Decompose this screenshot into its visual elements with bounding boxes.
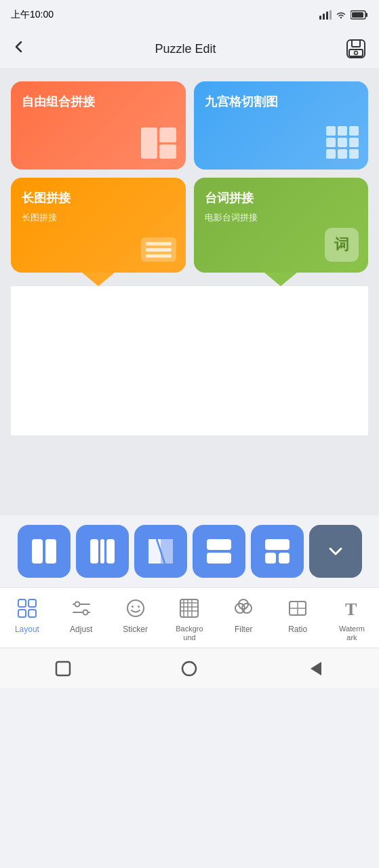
- svg-rect-20: [207, 553, 231, 564]
- status-bar: 上午10:00: [0, 0, 379, 30]
- filter-toolbar-icon: [231, 596, 256, 620]
- svg-rect-24: [18, 599, 26, 607]
- layout-icon-5: [262, 536, 292, 566]
- svg-rect-21: [265, 539, 290, 550]
- save-icon: [345, 38, 367, 60]
- layout-btn-1[interactable]: [18, 525, 71, 578]
- ratio-toolbar-icon: [285, 596, 310, 620]
- page-title: Puzzle Edit: [155, 42, 216, 56]
- svg-marker-16: [148, 539, 161, 564]
- toolbar-adjust-label: Adjust: [70, 625, 92, 635]
- card-nine-grid-title: 九宫格切割图: [205, 94, 358, 110]
- svg-rect-12: [45, 539, 56, 564]
- svg-rect-3: [330, 10, 332, 20]
- nav-back-button[interactable]: [304, 656, 328, 681]
- svg-point-50: [182, 662, 196, 675]
- svg-rect-22: [265, 553, 276, 564]
- toolbar-filter[interactable]: Filter: [223, 596, 264, 635]
- card-long-image-subtitle: 长图拼接: [22, 212, 175, 224]
- svg-rect-26: [18, 610, 26, 617]
- toolbar-adjust[interactable]: Adjust: [61, 596, 102, 635]
- svg-rect-2: [326, 12, 328, 20]
- svg-rect-8: [352, 40, 360, 47]
- svg-point-32: [127, 600, 144, 616]
- layout-icon-1: [29, 536, 59, 566]
- sticker-toolbar-icon: [123, 596, 148, 620]
- svg-rect-6: [352, 12, 363, 18]
- svg-rect-19: [207, 539, 231, 550]
- card-free-combo-title: 自由组合拼接: [22, 94, 175, 110]
- svg-rect-11: [32, 539, 43, 564]
- status-icons: [319, 10, 368, 20]
- layout-btn-3[interactable]: [134, 525, 187, 578]
- toolbar-filter-label: Filter: [235, 625, 253, 635]
- svg-rect-5: [366, 13, 368, 17]
- header: Puzzle Edit: [0, 30, 379, 68]
- svg-rect-9: [349, 50, 363, 56]
- layout-btn-5[interactable]: [251, 525, 304, 578]
- svg-rect-25: [28, 599, 36, 607]
- back-button[interactable]: [11, 39, 27, 59]
- layout-selector: [0, 515, 379, 587]
- toolbar-layout[interactable]: Layout: [7, 596, 47, 635]
- layout-icon-2: [87, 536, 117, 566]
- svg-marker-51: [311, 662, 321, 675]
- card-free-combo[interactable]: 自由组合拼接: [11, 81, 186, 170]
- long-image-icon: [141, 237, 176, 262]
- status-time: 上午10:00: [11, 9, 54, 21]
- svg-point-33: [132, 606, 134, 608]
- wifi-icon: [336, 11, 346, 19]
- svg-rect-15: [106, 539, 115, 564]
- canvas-white: [11, 286, 368, 435]
- toolbar-sticker[interactable]: Sticker: [115, 596, 156, 635]
- free-combo-icon: [141, 127, 176, 159]
- nine-grid-icon: [326, 126, 359, 159]
- background-toolbar-icon: [177, 596, 201, 620]
- svg-marker-17: [161, 539, 173, 564]
- layout-icon-3: [146, 536, 176, 566]
- toolbar-ratio-label: Ratio: [288, 625, 307, 635]
- save-button[interactable]: [344, 37, 368, 61]
- ci-icon: 词: [325, 228, 359, 262]
- card-long-image[interactable]: 长图拼接 长图拼接: [11, 178, 186, 273]
- svg-point-31: [83, 610, 87, 615]
- card-dialogue-title: 台词拼接: [205, 190, 358, 206]
- svg-point-10: [354, 52, 357, 55]
- layout-btn-2[interactable]: [76, 525, 129, 578]
- svg-rect-35: [180, 599, 198, 617]
- card-dialogue-subtitle: 电影台词拼接: [205, 212, 358, 224]
- circle-icon: [180, 659, 199, 678]
- svg-rect-1: [323, 14, 325, 20]
- signal-icon: [319, 10, 332, 20]
- layout-btn-4[interactable]: [193, 525, 245, 578]
- layout-btn-chevron[interactable]: [309, 525, 362, 578]
- layout-toolbar-icon: [15, 596, 39, 620]
- svg-point-29: [75, 602, 79, 607]
- card-nine-grid[interactable]: 九宫格切割图: [194, 81, 369, 170]
- svg-rect-14: [100, 539, 104, 564]
- svg-point-34: [138, 606, 140, 608]
- svg-text:T: T: [345, 599, 357, 619]
- canvas-area: 自由组合拼接 九宫格切割图: [0, 68, 379, 515]
- nav-home-button[interactable]: [177, 656, 201, 681]
- toolbar-background-label: Background: [176, 625, 203, 642]
- square-icon: [54, 659, 73, 678]
- adjust-toolbar-icon: [69, 596, 94, 620]
- toolbar-background[interactable]: Background: [169, 596, 210, 642]
- battery-icon: [351, 10, 368, 20]
- back-nav-icon: [306, 659, 325, 678]
- toolbar-layout-label: Layout: [15, 625, 39, 635]
- card-dialogue[interactable]: 台词拼接 电影台词拼接 词: [194, 178, 369, 273]
- chevron-down-icon: [325, 540, 346, 562]
- card-long-image-title: 长图拼接: [22, 190, 175, 206]
- toolbar-ratio[interactable]: Ratio: [277, 596, 318, 635]
- svg-rect-49: [56, 662, 70, 675]
- svg-rect-27: [28, 610, 36, 617]
- toolbar-watermark[interactable]: T Watermark: [332, 596, 372, 642]
- nav-square-button[interactable]: [51, 656, 75, 681]
- layout-icon-4: [204, 536, 234, 566]
- svg-rect-13: [90, 539, 98, 564]
- toolbar-watermark-label: Watermark: [339, 625, 365, 642]
- watermark-toolbar-icon: T: [340, 596, 364, 620]
- nav-bar: [0, 648, 379, 688]
